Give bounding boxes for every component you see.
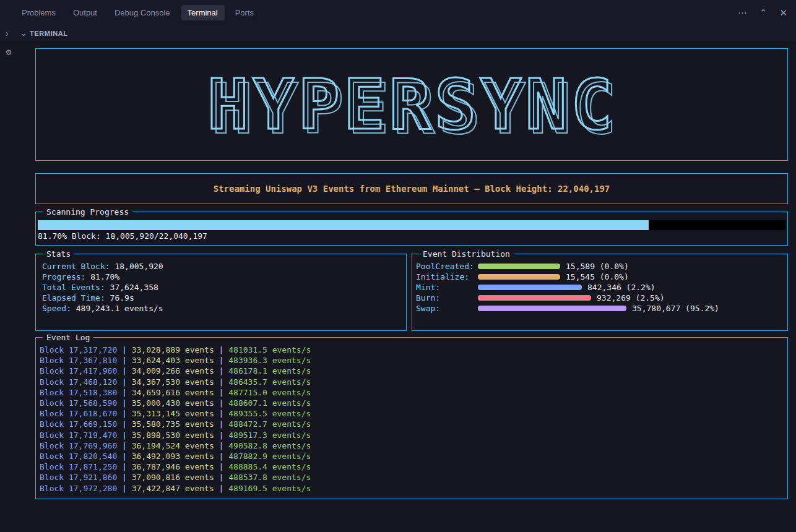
stat-value: 76.9s xyxy=(105,293,134,302)
log-speed: 486178.1 events/s xyxy=(228,366,311,375)
chevron-down-icon[interactable]: ⌄ xyxy=(20,29,27,38)
log-events: 34,659,616 events xyxy=(132,388,214,397)
log-speed: 488885.4 events/s xyxy=(228,462,311,471)
vscode-panel: ProblemsOutputDebug ConsoleTerminalPorts… xyxy=(0,0,796,532)
log-separator: | xyxy=(117,409,131,418)
distribution-rows: PoolCreated:15,589 (0.0%)Initialize:15,5… xyxy=(416,261,784,314)
log-events: 36,492,093 events xyxy=(132,452,214,461)
log-separator: | xyxy=(214,377,228,387)
distribution-value: 35,780,677 (95.2%) xyxy=(632,304,719,313)
progress-box-title: Scanning Progress xyxy=(43,207,132,217)
close-panel-icon[interactable]: ✕ xyxy=(779,8,787,17)
stats-rows: Current Block: 18,005,920Progress: 81.70… xyxy=(42,261,400,314)
log-block: Block 17,769,960 xyxy=(40,441,117,450)
distribution-label: Mint: xyxy=(416,283,478,292)
log-speed: 487715.0 events/s xyxy=(228,388,311,397)
stat-label: Progress: xyxy=(42,272,85,281)
distribution-bar xyxy=(478,274,560,280)
log-block: Block 17,568,590 xyxy=(40,398,117,408)
log-events: 35,000,430 events xyxy=(132,398,214,408)
log-block: Block 17,921,860 xyxy=(40,473,117,482)
log-speed: 486435.7 events/s xyxy=(228,377,311,387)
log-events: 35,313,145 events xyxy=(132,409,214,418)
more-actions-icon[interactable]: ⋯ xyxy=(738,8,747,17)
log-separator: | xyxy=(117,366,131,375)
event-log-rows: Block 17,317,720 | 33,028,889 events | 4… xyxy=(40,345,784,494)
log-block: Block 17,719,470 xyxy=(40,431,117,440)
distribution-row: Swap:35,780,677 (95.2%) xyxy=(416,303,784,314)
log-block: Block 17,618,670 xyxy=(40,409,117,418)
chevron-right-icon[interactable]: › xyxy=(6,28,9,38)
log-speed: 481031.5 events/s xyxy=(228,345,311,354)
log-separator: | xyxy=(117,419,131,429)
log-separator: | xyxy=(214,388,228,397)
distribution-bar xyxy=(478,306,626,311)
tab-ports[interactable]: Ports xyxy=(228,5,261,20)
log-separator: | xyxy=(214,366,228,375)
stat-line: Current Block: 18,005,920 xyxy=(42,261,400,272)
panel-tabs: ProblemsOutputDebug ConsoleTerminalPorts xyxy=(15,5,261,20)
log-row: Block 17,518,380 | 34,659,616 events | 4… xyxy=(40,387,784,398)
log-row: Block 17,568,590 | 35,000,430 events | 4… xyxy=(40,398,784,408)
log-row: Block 17,972,280 | 37,422,847 events | 4… xyxy=(40,483,784,494)
distribution-bar xyxy=(478,264,560,269)
stat-value: 37,624,358 xyxy=(105,283,158,292)
rail-gear-icon[interactable]: ⚙ xyxy=(6,46,11,58)
stats-distribution-row: Stats Current Block: 18,005,920Progress:… xyxy=(35,254,788,331)
distribution-row: PoolCreated:15,589 (0.0%) xyxy=(416,261,784,272)
log-separator: | xyxy=(117,398,131,408)
log-speed: 489355.5 events/s xyxy=(228,409,311,418)
log-speed: 489517.3 events/s xyxy=(228,431,311,440)
log-separator: | xyxy=(117,431,131,440)
ascii-banner: HYPERSYNC HYPERSYNC xyxy=(207,70,616,139)
log-events: 37,422,847 events xyxy=(132,484,214,493)
banner-box: HYPERSYNC HYPERSYNC xyxy=(35,48,788,161)
panel-actions: ⋯ ⌃ ✕ xyxy=(738,8,787,17)
log-row: Block 17,417,960 | 34,009,266 events | 4… xyxy=(40,366,784,376)
log-separator: | xyxy=(214,431,228,440)
log-separator: | xyxy=(214,484,228,493)
event-log-box: Event Log Block 17,317,720 | 33,028,889 … xyxy=(35,337,788,499)
terminal-content[interactable]: HYPERSYNC HYPERSYNC Streaming Uniswap V3… xyxy=(17,41,796,532)
log-events: 33,624,403 events xyxy=(132,356,214,365)
log-speed: 483936.3 events/s xyxy=(228,356,311,365)
tab-terminal[interactable]: Terminal xyxy=(181,5,225,20)
log-block: Block 17,871,250 xyxy=(40,462,117,471)
log-separator: | xyxy=(214,409,228,418)
log-speed: 488472.7 events/s xyxy=(228,419,311,429)
subtitle-box: Streaming Uniswap V3 Events from Ethereu… xyxy=(35,173,788,204)
terminal-section-header: › ⌄ TERMINAL xyxy=(0,25,796,41)
tab-output[interactable]: Output xyxy=(66,5,104,20)
event-log-box-title: Event Log xyxy=(43,332,93,343)
tab-debug-console[interactable]: Debug Console xyxy=(108,5,177,20)
stat-line: Speed: 489,243.1 events/s xyxy=(42,303,400,314)
log-block: Block 17,518,380 xyxy=(40,388,117,397)
log-row: Block 17,820,540 | 36,492,093 events | 4… xyxy=(40,451,784,461)
distribution-row: Burn:932,269 (2.5%) xyxy=(416,293,784,303)
log-speed: 488607.1 events/s xyxy=(228,398,311,408)
stat-value: 18,005,920 xyxy=(110,262,163,271)
distribution-bar xyxy=(478,295,591,301)
maximize-panel-icon[interactable]: ⌃ xyxy=(759,8,768,17)
distribution-value: 842,346 (2.2%) xyxy=(587,283,655,292)
progress-bar xyxy=(38,220,785,230)
log-separator: | xyxy=(214,356,228,365)
log-events: 37,090,816 events xyxy=(132,473,214,482)
log-speed: 487882.9 events/s xyxy=(228,452,311,461)
distribution-label: Initialize: xyxy=(416,272,478,281)
left-rail: ⚙ xyxy=(0,41,17,532)
log-separator: | xyxy=(117,388,131,397)
log-speed: 490582.8 events/s xyxy=(228,441,311,450)
log-events: 36,787,946 events xyxy=(132,462,214,471)
log-separator: | xyxy=(214,462,228,471)
tab-problems[interactable]: Problems xyxy=(15,5,63,20)
log-separator: | xyxy=(214,452,228,461)
log-separator: | xyxy=(214,419,228,429)
ascii-title: HYPERSYNC xyxy=(207,70,616,139)
log-block: Block 17,972,280 xyxy=(40,484,117,493)
log-row: Block 17,871,250 | 36,787,946 events | 4… xyxy=(40,461,784,472)
stream-subtitle: Streaming Uniswap V3 Events from Ethereu… xyxy=(214,184,610,194)
log-separator: | xyxy=(117,452,131,461)
distribution-label: Burn: xyxy=(416,293,478,302)
distribution-label: PoolCreated: xyxy=(416,262,478,271)
